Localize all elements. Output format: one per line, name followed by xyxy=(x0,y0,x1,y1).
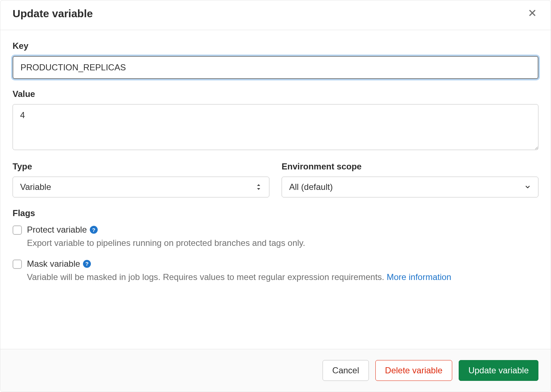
flags-label: Flags xyxy=(13,208,538,218)
type-label: Type xyxy=(13,162,269,172)
cancel-button[interactable]: Cancel xyxy=(323,360,369,381)
mask-flag-row: Mask variable ? Variable will be masked … xyxy=(13,259,538,284)
modal-title: Update variable xyxy=(13,8,93,20)
env-scope-label: Environment scope xyxy=(282,162,538,172)
protect-flag-row: Protect variable ? Export variable to pi… xyxy=(13,225,538,249)
env-scope-select[interactable]: All (default) xyxy=(282,177,538,197)
help-icon[interactable]: ? xyxy=(90,226,98,234)
chevron-down-icon xyxy=(524,184,531,190)
key-field-wrap xyxy=(13,56,538,79)
key-label: Key xyxy=(13,41,538,51)
protect-checkbox[interactable] xyxy=(13,225,22,235)
type-select[interactable]: Variable xyxy=(13,177,269,197)
value-textarea[interactable]: 4 xyxy=(13,104,538,150)
protect-description: Export variable to pipelines running on … xyxy=(27,237,538,249)
more-information-link[interactable]: More information xyxy=(386,272,451,282)
delete-variable-button[interactable]: Delete variable xyxy=(375,360,452,381)
mask-description-text: Variable will be masked in job logs. Req… xyxy=(27,272,386,282)
protect-text: Protect variable ? Export variable to pi… xyxy=(27,225,538,249)
env-scope-col: Environment scope All (default) xyxy=(282,162,538,197)
modal-body: Key Value 4 Type Variable xyxy=(0,30,551,349)
help-icon[interactable]: ? xyxy=(83,260,91,268)
mask-description: Variable will be masked in job logs. Req… xyxy=(27,271,538,284)
update-variable-button[interactable]: Update variable xyxy=(459,360,538,381)
chevron-up-down-icon xyxy=(255,183,262,191)
modal-footer: Cancel Delete variable Update variable xyxy=(0,349,551,392)
update-variable-modal: Update variable Key Value 4 Type Variabl… xyxy=(0,0,551,392)
mask-text: Mask variable ? Variable will be masked … xyxy=(27,259,538,284)
env-scope-select-value: All (default) xyxy=(289,182,333,192)
value-label: Value xyxy=(13,89,538,99)
close-button[interactable] xyxy=(526,7,538,20)
type-select-value: Variable xyxy=(20,182,51,192)
type-col: Type Variable xyxy=(13,162,269,197)
key-input[interactable] xyxy=(13,56,538,79)
close-icon xyxy=(528,9,536,17)
mask-title: Mask variable xyxy=(27,259,80,269)
mask-checkbox[interactable] xyxy=(13,260,22,269)
modal-header: Update variable xyxy=(0,0,551,30)
protect-title: Protect variable xyxy=(27,225,87,235)
type-env-row: Type Variable Environment scope All (d xyxy=(13,162,538,197)
flags-section: Flags Protect variable ? Export variable… xyxy=(13,208,538,284)
